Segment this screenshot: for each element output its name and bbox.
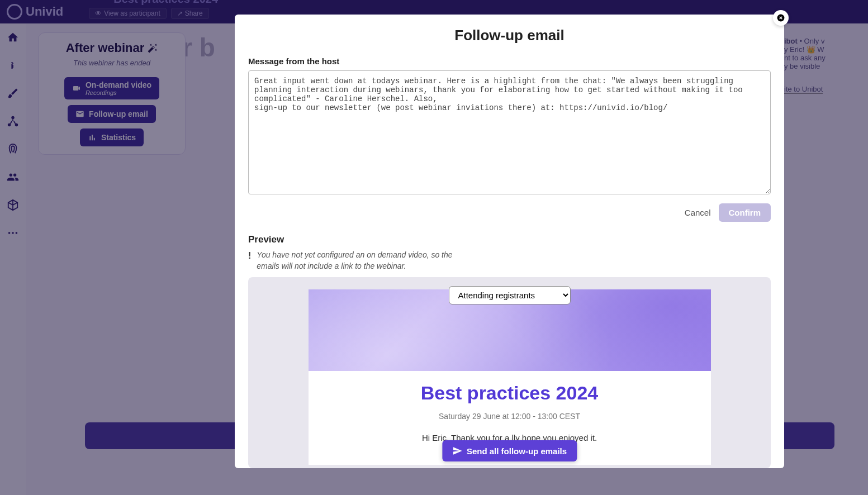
close-icon [777,14,785,22]
exclamation-icon: ! [248,250,251,272]
audience-select[interactable]: Attending registrants [449,286,571,304]
message-textarea[interactable] [248,70,771,194]
preview-label: Preview [248,234,771,245]
email-preview-title: Best practices 2024 [322,382,698,404]
follow-up-email-modal: Follow-up email Message from the host Ca… [235,15,784,468]
preview-warning: ! You have not yet configured an on dema… [248,250,472,272]
cancel-button[interactable]: Cancel [685,208,711,217]
email-preview-frame: Attending registrants Best practices 202… [248,277,771,468]
close-button[interactable] [773,10,789,26]
send-all-button[interactable]: Send all follow-up emails [442,440,577,461]
confirm-button[interactable]: Confirm [719,203,771,222]
send-icon [452,446,462,456]
email-preview-date: Saturday 29 June at 12:00 - 13:00 CEST [322,412,698,421]
modal-title: Follow-up email [248,27,771,44]
message-label: Message from the host [248,56,771,66]
email-card: Best practices 2024 Saturday 29 June at … [309,289,711,465]
